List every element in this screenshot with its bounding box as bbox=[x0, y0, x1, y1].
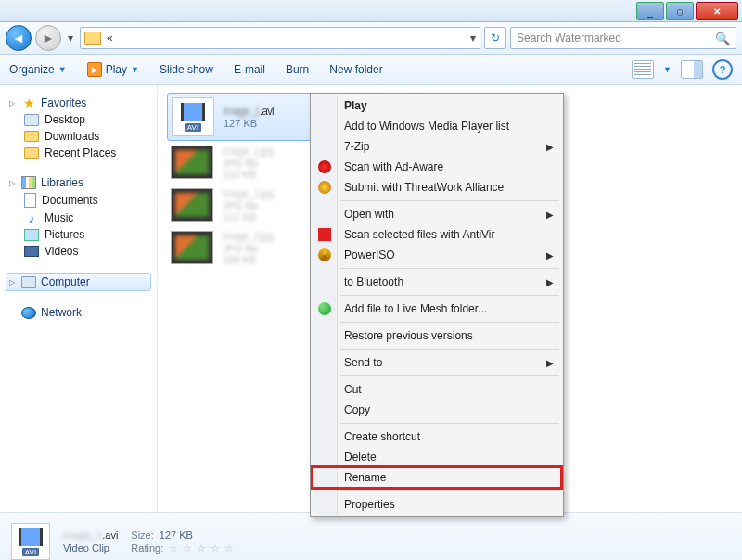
slideshow-button[interactable]: Slide show bbox=[160, 63, 213, 76]
sidebar-item-computer[interactable]: ▷Computer bbox=[6, 273, 151, 291]
help-button[interactable]: ? bbox=[712, 59, 733, 80]
navigation-bar: ◄ ► ▾ « ▾ ↻ Search Watermarked 🔍 bbox=[0, 22, 742, 55]
details-rating-stars[interactable]: ☆ ☆ ☆ ☆ ☆ bbox=[169, 542, 235, 554]
sidebar-item-desktop[interactable]: Desktop bbox=[0, 111, 157, 128]
details-size-label: Size: bbox=[131, 529, 153, 541]
sidebar-item-music[interactable]: ♪Music bbox=[0, 210, 157, 226]
folder-icon bbox=[84, 32, 101, 45]
sidebar-item-recent-places[interactable]: Recent Places bbox=[0, 145, 157, 161]
livemesh-icon bbox=[318, 302, 331, 315]
address-bar[interactable]: « ▾ bbox=[80, 27, 480, 49]
poweriso-icon bbox=[318, 248, 331, 261]
antivir-icon bbox=[318, 228, 331, 241]
cm-scan-adaware[interactable]: Scan with Ad-Aware bbox=[313, 157, 561, 177]
music-icon: ♪ bbox=[24, 211, 39, 224]
cm-restore-previous[interactable]: Restore previous versions bbox=[313, 325, 561, 346]
search-icon: 🔍 bbox=[715, 32, 730, 45]
details-file-icon: AVI bbox=[11, 523, 50, 560]
cm-send-to[interactable]: Send to▶ bbox=[313, 352, 561, 373]
image-thumbnail bbox=[171, 231, 213, 264]
context-menu: Play Add to Windows Media Player list 7-… bbox=[310, 93, 564, 517]
cm-poweriso[interactable]: PowerISO▶ bbox=[313, 245, 561, 265]
cm-submit-threatwork[interactable]: Submit with ThreatWork Alliance bbox=[313, 177, 561, 197]
document-icon bbox=[24, 193, 36, 208]
email-button[interactable]: E-mail bbox=[234, 63, 265, 76]
play-icon: ▶ bbox=[87, 62, 102, 77]
view-options-button[interactable] bbox=[632, 60, 654, 79]
image-thumbnail bbox=[171, 188, 213, 222]
command-toolbar: Organize▼ ▶Play▼ Slide show E-mail Burn … bbox=[0, 55, 742, 85]
cm-add-live-mesh[interactable]: Add file to Live Mesh folder... bbox=[313, 299, 561, 319]
folder-icon bbox=[24, 147, 39, 159]
cm-copy[interactable]: Copy bbox=[313, 400, 561, 420]
organize-menu[interactable]: Organize▼ bbox=[9, 63, 67, 76]
cm-rename[interactable]: Rename bbox=[313, 467, 561, 488]
folder-icon bbox=[24, 131, 39, 142]
sidebar-favorites-header[interactable]: ▷★Favorites bbox=[0, 95, 157, 111]
details-filename: image_1.avi bbox=[63, 529, 118, 541]
cm-open-with[interactable]: Open with▶ bbox=[313, 204, 561, 224]
image-thumbnail bbox=[171, 146, 213, 179]
cm-add-to-wmp[interactable]: Add to Windows Media Player list bbox=[313, 116, 561, 136]
search-placeholder: Search Watermarked bbox=[517, 32, 621, 45]
cm-scan-antivir[interactable]: Scan selected files with AntiVir bbox=[313, 224, 561, 245]
sidebar-item-documents[interactable]: Documents bbox=[0, 191, 157, 210]
avi-file-icon: AVI bbox=[172, 97, 214, 136]
cm-delete[interactable]: Delete bbox=[313, 447, 561, 467]
sidebar-item-videos[interactable]: Videos bbox=[0, 243, 157, 260]
preview-pane-button[interactable] bbox=[681, 60, 703, 79]
address-dropdown-icon[interactable]: ▾ bbox=[470, 32, 476, 45]
search-input[interactable]: Search Watermarked 🔍 bbox=[510, 27, 736, 49]
cm-play[interactable]: Play bbox=[313, 95, 561, 116]
details-rating-label: Rating: bbox=[131, 542, 163, 554]
threatwork-icon bbox=[318, 181, 331, 194]
cm-properties[interactable]: Properties bbox=[313, 494, 561, 515]
sidebar-item-pictures[interactable]: Pictures bbox=[0, 226, 157, 243]
window-minimize-button[interactable]: _ bbox=[636, 2, 664, 20]
details-filetype: Video Clip bbox=[63, 542, 118, 554]
navigation-pane: ▷★Favorites Desktop Downloads Recent Pla… bbox=[0, 85, 158, 512]
cm-7zip[interactable]: 7-Zip▶ bbox=[313, 136, 561, 157]
address-text: « bbox=[107, 32, 113, 45]
videos-icon bbox=[24, 246, 39, 257]
pictures-icon bbox=[24, 229, 39, 241]
play-menu[interactable]: ▶Play▼ bbox=[87, 62, 139, 77]
details-size-value: 127 KB bbox=[160, 529, 193, 541]
sidebar-item-downloads[interactable]: Downloads bbox=[0, 128, 157, 145]
computer-icon bbox=[21, 276, 36, 288]
burn-button[interactable]: Burn bbox=[286, 63, 309, 76]
adaware-icon bbox=[318, 160, 331, 173]
cm-to-bluetooth[interactable]: to Bluetooth▶ bbox=[313, 272, 561, 292]
cm-create-shortcut[interactable]: Create shortcut bbox=[313, 426, 561, 447]
nav-forward-button: ► bbox=[35, 25, 61, 51]
nav-history-dropdown[interactable]: ▾ bbox=[65, 32, 76, 45]
window-maximize-button[interactable]: ▢ bbox=[666, 2, 694, 20]
window-titlebar: _ ▢ ✕ bbox=[0, 0, 742, 22]
star-icon: ★ bbox=[21, 96, 36, 109]
cm-cut[interactable]: Cut bbox=[313, 379, 561, 400]
view-dropdown-icon[interactable]: ▼ bbox=[663, 65, 672, 74]
sidebar-libraries-header[interactable]: ▷Libraries bbox=[0, 174, 157, 191]
nav-back-button[interactable]: ◄ bbox=[6, 25, 32, 51]
sidebar-item-network[interactable]: ▷Network bbox=[0, 304, 157, 321]
details-pane: AVI image_1.avi Video Clip Size:127 KB R… bbox=[0, 512, 742, 560]
refresh-button[interactable]: ↻ bbox=[484, 27, 506, 49]
new-folder-button[interactable]: New folder bbox=[329, 63, 382, 76]
window-close-button[interactable]: ✕ bbox=[696, 2, 738, 20]
desktop-icon bbox=[24, 114, 39, 126]
network-icon bbox=[21, 307, 36, 319]
libraries-icon bbox=[21, 176, 36, 189]
